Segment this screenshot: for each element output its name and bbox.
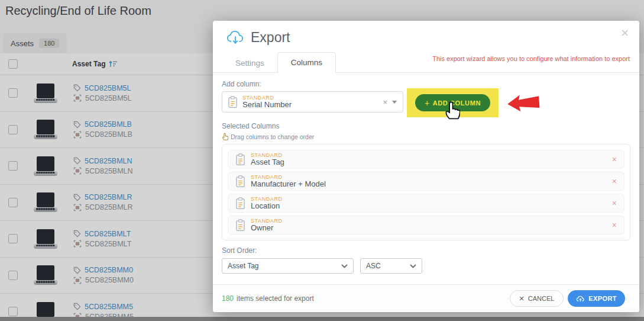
selected-column-card[interactable]: STANDARD Asset Tag × — [228, 150, 624, 169]
modal-tabs: Settings Columns This export wizard allo… — [213, 51, 639, 73]
combobox-clear-icon[interactable]: × — [383, 98, 387, 107]
modal-body: Add column: STANDARD Serial Number × + — [213, 80, 639, 274]
drag-hint: Drag columns to change order — [222, 133, 630, 140]
modal-title: Export — [251, 30, 290, 46]
clipboard-icon — [235, 197, 245, 210]
remove-column-icon[interactable]: × — [612, 155, 617, 164]
export-modal: Export × Settings Columns This export wi… — [213, 21, 639, 312]
clipboard-icon — [235, 175, 245, 188]
column-name: Owner — [251, 224, 283, 232]
cancel-button[interactable]: ✕ CANCEL — [510, 290, 564, 307]
sort-order-label: Sort Order: — [222, 246, 630, 255]
sort-direction-select[interactable]: ASC — [360, 258, 422, 274]
chevron-down-icon — [341, 264, 348, 268]
export-count: 180 — [222, 294, 234, 303]
sort-row: Asset Tag ASC — [222, 258, 630, 274]
clipboard-icon — [235, 219, 245, 232]
hand-cursor-icon — [444, 101, 460, 120]
sort-field-select[interactable]: Asset Tag — [222, 258, 354, 274]
export-wizard-hint: This export wizard allows you to configu… — [432, 55, 630, 62]
chevron-down-icon — [410, 264, 416, 268]
export-button[interactable]: EXPORT — [568, 290, 625, 307]
selected-column-card[interactable]: STANDARD Owner × — [228, 216, 624, 235]
selected-columns-label: Selected Columns — [222, 122, 630, 130]
modal-footer: 180 items selected for export ✕ CANCEL E… — [213, 284, 639, 312]
combobox-caret-icon[interactable] — [392, 101, 397, 104]
export-count-text: items selected for export — [237, 294, 314, 303]
highlight-box: + ADD COLUMN — [407, 88, 499, 117]
selected-column-card[interactable]: STANDARD Manufacturer + Model × — [228, 172, 624, 191]
drag-hand-icon — [222, 133, 228, 140]
column-name: Manufacturer + Model — [251, 180, 326, 188]
annotation-arrow-icon — [504, 92, 542, 114]
column-name: Asset Tag — [251, 158, 284, 166]
selected-columns-list: STANDARD Asset Tag × STANDARD Manuf — [222, 144, 630, 240]
cloud-upload-icon — [576, 295, 585, 303]
modal-close-icon[interactable]: × — [621, 27, 629, 40]
remove-column-icon[interactable]: × — [612, 176, 617, 186]
column-select-combobox[interactable]: STANDARD Serial Number × — [222, 91, 403, 113]
selected-option-name: Serial Number — [242, 101, 292, 109]
add-column-label: Add column: — [222, 80, 630, 88]
remove-column-icon[interactable]: × — [612, 220, 617, 230]
modal-header: Export × — [213, 21, 639, 46]
clipboard-icon — [235, 153, 245, 166]
clipboard-icon — [228, 96, 238, 108]
cloud-export-icon — [226, 28, 245, 46]
selected-column-card[interactable]: STANDARD Location × — [228, 194, 624, 213]
cancel-x-icon: ✕ — [519, 295, 525, 303]
add-column-row: STANDARD Serial Number × + ADD COLUMN — [222, 91, 630, 118]
plus-icon: + — [425, 98, 430, 108]
tab-settings[interactable]: Settings — [222, 53, 277, 73]
column-name: Location — [251, 202, 283, 210]
tab-columns[interactable]: Columns — [277, 52, 336, 73]
remove-column-icon[interactable]: × — [612, 198, 617, 208]
